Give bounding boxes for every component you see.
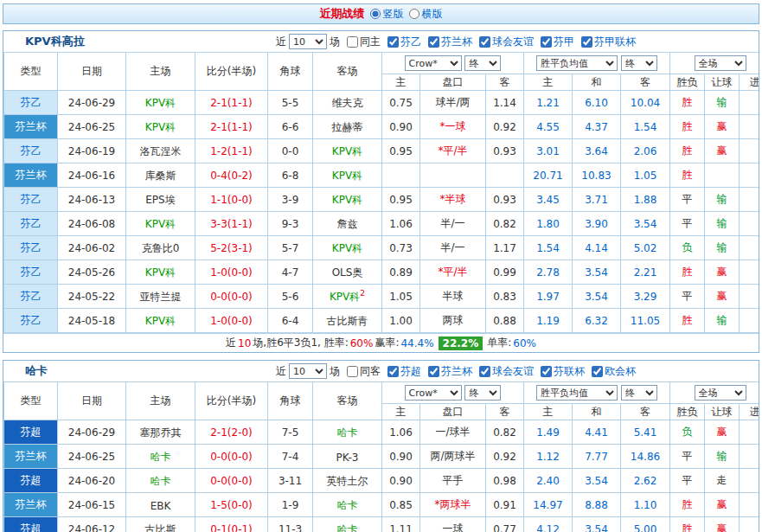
sub-handicap-result: 让球: [705, 74, 740, 91]
league-badge: 芬超: [4, 469, 58, 493]
goals-cell: [740, 212, 759, 236]
sub-avg-draw: 和: [573, 404, 621, 420]
home-team-link[interactable]: 塞那乔其: [126, 420, 195, 445]
odds-source-select[interactable]: Crow*: [405, 55, 462, 71]
away-team-link[interactable]: 詹兹: [313, 212, 382, 236]
away-team-link[interactable]: KPV科2: [313, 285, 382, 309]
score-link[interactable]: 1-0(0-0): [195, 260, 268, 285]
score-link[interactable]: 1-1(0-0): [195, 188, 268, 212]
layout-vertical-option[interactable]: 竖版: [365, 7, 404, 22]
goals-cell: [740, 236, 759, 260]
score-link[interactable]: 2-1(2-0): [195, 420, 268, 445]
home-team-link[interactable]: KPV科: [126, 115, 195, 139]
league-checkbox[interactable]: [541, 366, 552, 377]
score-link[interactable]: 0-4(0-2): [195, 163, 268, 188]
league-checkbox[interactable]: [428, 36, 439, 48]
league-filter-finn-cup[interactable]: 芬兰杯: [428, 364, 472, 379]
league-checkbox[interactable]: [479, 36, 490, 48]
handicap-home-odds: 0.75: [382, 91, 420, 115]
handicap-result: 输: [705, 91, 740, 115]
final-odds-select[interactable]: 终: [464, 385, 501, 401]
score-link[interactable]: 2-1(1-1): [195, 115, 268, 139]
kpv-results-table: 类型 日期 主场 比分(半场) 角球 客场 Crow* 终 胜平负均值 终: [3, 52, 759, 333]
layout-horizontal-option[interactable]: 横版: [404, 7, 443, 22]
home-team-link[interactable]: 古比斯: [126, 517, 195, 532]
score-link[interactable]: 0-0(0-0): [195, 469, 268, 493]
score-link[interactable]: 1-2(1-1): [195, 139, 268, 163]
avg-odds-select[interactable]: 胜平负均值: [536, 55, 618, 71]
same-home-option[interactable]: 同主: [347, 35, 381, 49]
home-team-link[interactable]: KPV科: [126, 260, 195, 285]
vertical-radio[interactable]: [370, 9, 381, 19]
score-link[interactable]: 0-0(0-0): [195, 445, 268, 469]
score-link[interactable]: 0-0(0-0): [195, 285, 268, 309]
score-link[interactable]: 1-0(0-0): [195, 309, 268, 333]
home-team-link[interactable]: 亚特兰提: [126, 285, 195, 309]
avg-home-odds: 4.12: [524, 517, 573, 532]
score-link[interactable]: 3-3(1-1): [195, 212, 268, 236]
near-count-select[interactable]: 10: [289, 363, 327, 379]
away-team-link[interactable]: 维夫克: [313, 91, 382, 115]
away-team-link[interactable]: 哈卡: [313, 493, 382, 517]
away-team-link[interactable]: 古比斯青: [313, 309, 382, 333]
avg-final-select[interactable]: 终: [621, 55, 657, 71]
league-badge: 芬超: [4, 420, 58, 445]
scope-select[interactable]: 全场: [695, 55, 746, 71]
league-checkbox[interactable]: [387, 36, 399, 48]
horizontal-radio[interactable]: [409, 9, 419, 19]
away-team-link[interactable]: KPV科: [313, 236, 382, 260]
handicap-home-odds: 0.90: [382, 469, 420, 493]
home-team-link[interactable]: 哈卡: [126, 469, 195, 493]
same-away-option[interactable]: 同客: [347, 364, 381, 379]
home-team-link[interactable]: 库桑斯: [126, 163, 195, 188]
away-team-link[interactable]: 英特土尔: [313, 469, 382, 493]
avg-final-select[interactable]: 终: [621, 385, 657, 401]
home-team-link[interactable]: EBK: [126, 493, 195, 517]
away-team-link[interactable]: KPV科: [313, 139, 382, 163]
home-team-link[interactable]: KPV科: [126, 309, 195, 333]
league-checkbox[interactable]: [581, 36, 592, 48]
same-home-checkbox[interactable]: [347, 36, 358, 48]
league-checkbox[interactable]: [387, 366, 399, 377]
league-checkbox[interactable]: [541, 36, 552, 48]
odds-source-select[interactable]: Crow*: [405, 385, 462, 401]
score-link[interactable]: 5-2(3-1): [195, 236, 268, 260]
league-filter-conference[interactable]: 欧会杯: [592, 364, 636, 379]
avg-odds-select[interactable]: 胜平负均值: [536, 385, 618, 401]
home-team-link[interactable]: KPV科: [126, 212, 195, 236]
league-checkbox[interactable]: [479, 366, 490, 377]
league-checkbox[interactable]: [428, 366, 439, 377]
league-badge: 芬乙: [4, 260, 58, 285]
handicap-line: 球半/两: [420, 91, 486, 115]
home-team-link[interactable]: EPS埃: [126, 188, 195, 212]
league-filter-friendly[interactable]: 球会友谊: [479, 35, 534, 49]
same-away-checkbox[interactable]: [347, 366, 358, 377]
away-team-link[interactable]: KPV科: [313, 163, 382, 188]
near-count-select[interactable]: 10: [289, 34, 327, 49]
away-team-link[interactable]: 拉赫蒂: [313, 115, 382, 139]
league-filter-finn1[interactable]: 芬甲: [541, 35, 574, 49]
home-team-link[interactable]: 洛瓦涅米: [126, 139, 195, 163]
home-team-link[interactable]: KPV科: [126, 91, 195, 115]
scope-select[interactable]: 全场: [695, 385, 746, 401]
league-filter-finn2[interactable]: 芬乙: [387, 35, 421, 49]
away-team-link[interactable]: KPV科: [313, 188, 382, 212]
league-filter-veikkausliiga[interactable]: 芬超: [387, 364, 421, 379]
score-link[interactable]: 1-5(0-0): [195, 493, 268, 517]
league-filter-league-cup[interactable]: 芬联杯: [541, 364, 585, 379]
home-team-link[interactable]: 克鲁比0: [126, 236, 195, 260]
final-odds-select[interactable]: 终: [464, 55, 501, 71]
league-filter-finn-cup[interactable]: 芬兰杯: [428, 35, 472, 49]
score-link[interactable]: 0-1(0-1): [195, 517, 268, 532]
league-checkbox[interactable]: [592, 366, 603, 377]
away-team-link[interactable]: 哈卡: [313, 420, 382, 445]
league-filter-finn1-cup[interactable]: 芬甲联杯: [581, 35, 636, 49]
avg-draw-odds: 3.54: [573, 260, 621, 285]
away-team-link[interactable]: 哈卡: [313, 517, 382, 532]
away-team-link[interactable]: OLS奥: [313, 260, 382, 285]
score-link[interactable]: 2-1(1-1): [195, 91, 268, 115]
col-date: 日期: [58, 53, 126, 91]
away-team-link[interactable]: PK-3: [313, 445, 382, 469]
league-filter-friendly[interactable]: 球会友谊: [479, 364, 534, 379]
home-team-link[interactable]: 哈卡: [126, 445, 195, 469]
